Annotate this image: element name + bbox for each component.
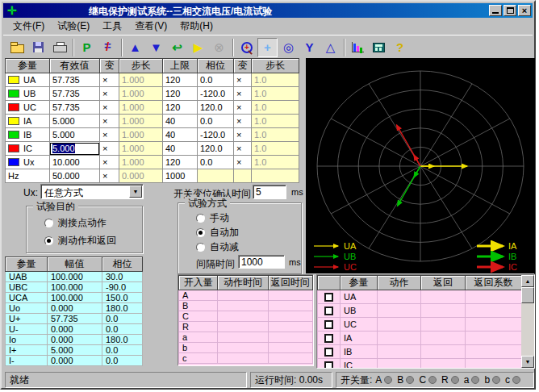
param-limit-cell[interactable]: 120 [163, 156, 198, 169]
param-phase-cell[interactable]: 120.0 [198, 142, 234, 156]
param-step2-cell[interactable]: 1.0 [252, 142, 299, 156]
param-var-toggle[interactable]: × [100, 156, 119, 169]
param-value-cell[interactable]: 5.000 [50, 128, 100, 142]
param-var2-toggle[interactable]: × [234, 142, 252, 156]
circle-view-button[interactable]: ◎ [278, 38, 299, 57]
param-limit-cell[interactable]: 40 [163, 142, 198, 156]
result-checkbox[interactable] [324, 348, 333, 357]
param-step2-cell[interactable]: 1.0 [252, 87, 299, 101]
calculator-button[interactable] [369, 38, 389, 57]
param-value-cell[interactable]: 10.000 [50, 156, 100, 169]
param-value-cell[interactable]: 57.735 [50, 73, 100, 87]
param-value-cell[interactable]: 5.000 [50, 142, 100, 156]
param-value-cell[interactable]: 50.000 [50, 169, 100, 183]
radio-button[interactable] [44, 236, 53, 245]
result-checkbox[interactable] [324, 307, 333, 315]
radio-button[interactable] [44, 219, 53, 227]
param-var2-toggle[interactable]: × [234, 156, 252, 169]
save-file-button[interactable] [28, 38, 48, 57]
param-limit-cell[interactable]: 40 [163, 115, 198, 128]
param-phase-cell[interactable]: 120.0 [198, 101, 234, 115]
dropdown-arrow-icon[interactable]: ▼ [129, 186, 142, 198]
scrollbar-thumb[interactable] [521, 287, 534, 303]
undo-button[interactable]: ↩ [167, 38, 187, 57]
radio-button[interactable] [196, 228, 205, 237]
param-var2-toggle[interactable] [234, 169, 252, 183]
param-limit-cell[interactable]: 40 [163, 128, 198, 142]
param-step-cell[interactable]: 1.000 [119, 156, 163, 169]
param-step-cell[interactable]: 1.000 [119, 128, 163, 142]
param-var-toggle[interactable]: × [100, 115, 119, 128]
result-scrollbar[interactable]: ▲ ▼ [521, 275, 534, 368]
param-var2-toggle[interactable]: × [234, 87, 252, 101]
param-var-toggle[interactable]: × [100, 87, 119, 101]
param-step-cell[interactable]: 1.000 [119, 87, 163, 101]
result-checkbox[interactable] [324, 320, 333, 329]
result-checkbox[interactable] [324, 334, 333, 343]
param-step-cell[interactable]: 1.000 [119, 115, 163, 128]
start-test-button[interactable]: ▶ [188, 38, 208, 57]
param-step-cell[interactable]: 1.000 [119, 142, 163, 156]
param-step2-cell[interactable]: 1.0 [252, 115, 299, 128]
param-phase-cell[interactable]: -120.0 [198, 87, 234, 101]
param-limit-cell[interactable]: 120 [163, 101, 198, 115]
maximize-button[interactable] [503, 5, 516, 16]
radio-option[interactable]: 自动减 [196, 241, 239, 252]
param-step2-cell[interactable] [252, 169, 299, 183]
radio-option[interactable]: 自动加 [196, 227, 239, 238]
menu-item-0[interactable]: 文件(F) [6, 18, 51, 35]
param-value-cell[interactable]: 57.735 [50, 87, 100, 101]
menu-item-3[interactable]: 查看(V) [128, 18, 173, 35]
param-var-toggle[interactable]: × [100, 169, 119, 183]
radio-option[interactable]: 测接点动作 [44, 217, 107, 228]
confirm-time-input[interactable]: 5 [253, 185, 286, 199]
param-step2-cell[interactable]: 1.0 [252, 73, 299, 87]
param-step-cell[interactable]: 1.000 [119, 101, 163, 115]
menu-item-4[interactable]: 帮助(H) [173, 18, 219, 35]
scroll-up-icon[interactable]: ▲ [521, 275, 534, 287]
param-var2-toggle[interactable]: × [234, 128, 252, 142]
value-edit-field[interactable]: 5.000 [50, 143, 99, 155]
zoom-in-button[interactable] [236, 38, 257, 57]
help-button[interactable]: ? [390, 38, 410, 57]
p-marker-button[interactable]: P [77, 38, 97, 57]
param-var-toggle[interactable]: × [100, 128, 119, 142]
crosshair-view-button[interactable]: + [257, 38, 278, 57]
open-file-button[interactable] [7, 38, 27, 57]
fault-setting-button[interactable] [98, 38, 118, 57]
interval-input[interactable]: 1000 [238, 255, 285, 269]
param-phase-cell[interactable]: 0.0 [198, 115, 234, 128]
minimize-button[interactable] [489, 5, 502, 16]
param-value-cell[interactable]: 57.735 [50, 101, 100, 115]
result-checkbox[interactable] [324, 293, 333, 302]
param-var-toggle[interactable]: × [100, 101, 119, 115]
ux-mode-select[interactable]: 任意方式 ▼ [40, 184, 144, 199]
param-phase-cell[interactable]: 0.0 [198, 156, 234, 169]
print-button[interactable] [49, 38, 69, 57]
close-button[interactable]: × [518, 5, 531, 16]
radio-button[interactable] [196, 214, 205, 223]
menu-item-2[interactable]: 工具 [96, 18, 128, 35]
param-step2-cell[interactable]: 1.0 [252, 128, 299, 142]
param-var2-toggle[interactable]: × [234, 115, 252, 128]
param-var-toggle[interactable]: × [100, 142, 119, 156]
waveform-chart-button[interactable] [348, 38, 368, 57]
delta-connection-button[interactable]: △ [320, 38, 341, 57]
stop-test-button[interactable]: ⊗ [209, 38, 229, 57]
step-down-button[interactable]: ▼ [146, 38, 166, 57]
y-connection-button[interactable]: Y [299, 38, 320, 57]
scroll-down-icon[interactable]: ▼ [521, 356, 534, 368]
param-step-cell[interactable]: 0.000 [119, 169, 163, 183]
param-var-toggle[interactable]: × [100, 73, 119, 87]
param-var2-toggle[interactable]: × [234, 73, 252, 87]
param-phase-cell[interactable] [198, 169, 234, 183]
param-step2-cell[interactable]: 1.0 [252, 101, 299, 115]
param-limit-cell[interactable]: 120 [163, 73, 198, 87]
param-step2-cell[interactable]: 1.0 [252, 156, 299, 169]
radio-button[interactable] [196, 243, 205, 252]
param-limit-cell[interactable]: 1000 [163, 169, 198, 183]
menu-item-1[interactable]: 试验(E) [51, 18, 96, 35]
param-value-cell[interactable]: 5.000 [50, 115, 100, 128]
result-checkbox[interactable] [324, 361, 333, 369]
param-var2-toggle[interactable]: × [234, 101, 252, 115]
